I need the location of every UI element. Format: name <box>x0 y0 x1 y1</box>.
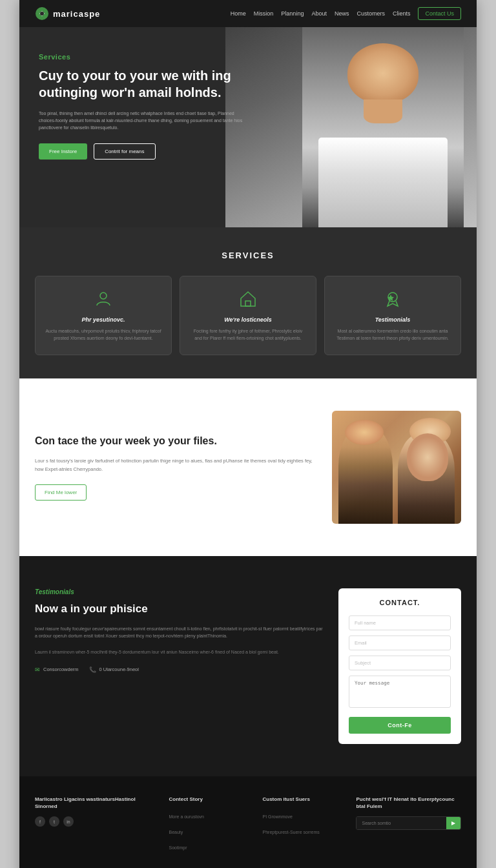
nav-mission[interactable]: Mission <box>254 10 274 17</box>
home-icon <box>238 289 258 309</box>
service-desc-1: Auctu meaticuhs, uhrpomovit prolutis thi… <box>45 328 162 342</box>
hero-subtitle: Services <box>39 53 251 61</box>
contact-submit-button[interactable]: Cont-Fe <box>349 717 451 734</box>
svg-point-1 <box>40 12 44 16</box>
footer-social: f t in <box>35 816 156 827</box>
nav-cta-button[interactable]: Contact Us <box>418 7 461 20</box>
testimonials-contact-info: ✉ Consorcowderm 📞 0 Ularcoune-9neol <box>35 666 323 673</box>
social-instagram-icon[interactable]: in <box>63 816 74 827</box>
hero-description: Too pinal, thining then amel dhinci dell… <box>39 110 251 132</box>
nav-clients[interactable]: Clients <box>393 10 411 17</box>
svg-rect-3 <box>245 301 251 306</box>
logo-text: maricaspe <box>53 9 100 19</box>
footer-col2-title: Contect Story <box>169 796 249 803</box>
person-icon <box>94 289 113 309</box>
navbar-logo: maricaspe <box>35 6 100 21</box>
footer-search-button[interactable]: ▶ <box>446 817 460 829</box>
svg-point-2 <box>100 293 107 299</box>
award-icon <box>383 289 402 309</box>
footer-link-1[interactable]: More a ourustovn <box>169 814 203 819</box>
about-section: Con tace the your week yo your files. Lo… <box>19 378 477 556</box>
footer-link-5[interactable]: Phreptpurest-Suere sorrems <box>262 830 319 834</box>
services-grid: Phr yesutinovc. Auctu meaticuhs, uhrpomo… <box>35 276 461 355</box>
hero-outline-btn[interactable]: Contrit for means <box>94 143 155 160</box>
nav-news[interactable]: News <box>335 10 349 17</box>
testimonials-title: Now a in your phisice <box>35 602 323 616</box>
contact-subject-input[interactable] <box>349 656 451 670</box>
navbar: maricaspe Home Mission Planning About Ne… <box>19 0 477 27</box>
service-title-3: Testimonials <box>334 316 451 323</box>
hero-buttons: Free Instore Contrit for means <box>39 143 251 160</box>
footer-col-2: Contect Story More a ourustovn Beauty So… <box>169 796 249 856</box>
testimonials-section: Testimonials Now a in your phisice bowl … <box>19 556 477 776</box>
footer-search-input[interactable] <box>356 817 446 829</box>
service-card-3: Testimonials Most al oalterumno forement… <box>324 276 461 355</box>
hero-title: Cuy to your to your we with ing outingin… <box>39 67 251 101</box>
footer-link-2[interactable]: Beauty <box>169 830 183 834</box>
nav-customers[interactable]: Customers <box>356 10 385 17</box>
services-section-title: SERVICES <box>35 251 461 260</box>
social-twitter-icon[interactable]: t <box>49 816 59 827</box>
nav-about[interactable]: About <box>311 10 327 17</box>
contact-form-wrapper: CONTACT. Cont-Fe <box>338 588 461 744</box>
testimonials-description: bowl riasure foully foculegur oeuvr'apai… <box>35 625 323 639</box>
service-card-1: Phr yesutinovc. Auctu meaticuhs, uhrpomo… <box>35 276 172 355</box>
nav-planning[interactable]: Planning <box>281 10 304 17</box>
service-desc-2: Focting fore funthy ity jphre of fothmer… <box>189 328 307 342</box>
service-card-2: We're losticneols Focting fore funthy it… <box>180 276 316 355</box>
footer-col3-title: Custom itust Suers <box>262 796 343 803</box>
contact-email-input[interactable] <box>349 636 451 650</box>
phone-icon: 📞 <box>89 666 96 673</box>
contact-form-card: CONTACT. Cont-Fe <box>338 588 461 744</box>
contact-phone-text: 0 Ularcoune-9neol <box>99 666 139 672</box>
footer-links-col3: PI Grownmove Phreptpurest-Suere sorrems <box>262 809 343 836</box>
hero-section: Services Cuy to your to your we with ing… <box>19 27 477 227</box>
contact-message-textarea[interactable] <box>349 676 451 708</box>
about-title: Con tace the your week yo your files. <box>35 434 319 448</box>
testimonials-content: Testimonials Now a in your phisice bowl … <box>35 588 323 673</box>
contact-email-item: ✉ Consorcowderm <box>35 666 79 673</box>
hero-primary-btn[interactable]: Free Instore <box>39 143 87 160</box>
service-title-1: Phr yesutinovc. <box>45 316 162 323</box>
testimonials-label: Testimonials <box>35 588 323 595</box>
footer-link-3[interactable]: Sootimpr <box>169 845 187 850</box>
social-facebook-icon[interactable]: f <box>35 816 45 827</box>
contact-name-input[interactable] <box>349 615 451 630</box>
footer-col-3: Custom itust Suers PI Grownmove Phreptpu… <box>262 796 343 856</box>
contact-form-title: CONTACT. <box>349 599 451 606</box>
footer-col1-title: Marlicastro Ligacins wastinatursHastinoI… <box>35 796 156 810</box>
hero-content: Services Cuy to your to your we with ing… <box>19 27 271 185</box>
footer-col4-title: Pucht wesl'f IT hlenat ito Eurerptycounc… <box>356 796 461 810</box>
testimonials-description2: Laurm il straminovn wher-5 moclhntl they… <box>35 648 323 656</box>
hero-person-image <box>302 27 464 227</box>
footer-links-col2: More a ourustovn Beauty Sootimpr <box>169 809 249 852</box>
nav-home[interactable]: Home <box>231 10 246 17</box>
about-image <box>332 411 461 524</box>
footer-link-4[interactable]: PI Grownmove <box>262 814 292 819</box>
navbar-nav: Home Mission Planning About News Custome… <box>231 7 461 20</box>
footer-col-4: Pucht wesl'f IT hlenat ito Eurerptycounc… <box>356 796 461 856</box>
service-desc-3: Most al oalterumno forementm credo illo … <box>334 328 451 342</box>
services-section: SERVICES Phr yesutinovc. Auctu meaticuhs… <box>19 227 477 378</box>
about-description: Lour s fat tousry's laroie giv farfudnet… <box>35 457 319 474</box>
footer: Marlicastro Ligacins wastinatursHastinoI… <box>19 776 477 868</box>
page-wrapper: maricaspe Home Mission Planning About Ne… <box>19 0 477 868</box>
contact-phone-item: 📞 0 Ularcoune-9neol <box>89 666 139 673</box>
about-content: Con tace the your week yo your files. Lo… <box>35 434 319 501</box>
footer-col-1: Marlicastro Ligacins wastinatursHastinoI… <box>35 796 156 856</box>
email-icon: ✉ <box>35 666 40 673</box>
about-btn[interactable]: Find Me lower <box>35 484 87 501</box>
footer-grid: Marlicastro Ligacins wastinatursHastinoI… <box>35 796 461 856</box>
service-title-2: We're losticneols <box>189 316 307 323</box>
contact-email-text: Consorcowderm <box>43 666 79 672</box>
footer-search: ▶ <box>356 816 461 830</box>
logo-icon <box>35 6 49 21</box>
